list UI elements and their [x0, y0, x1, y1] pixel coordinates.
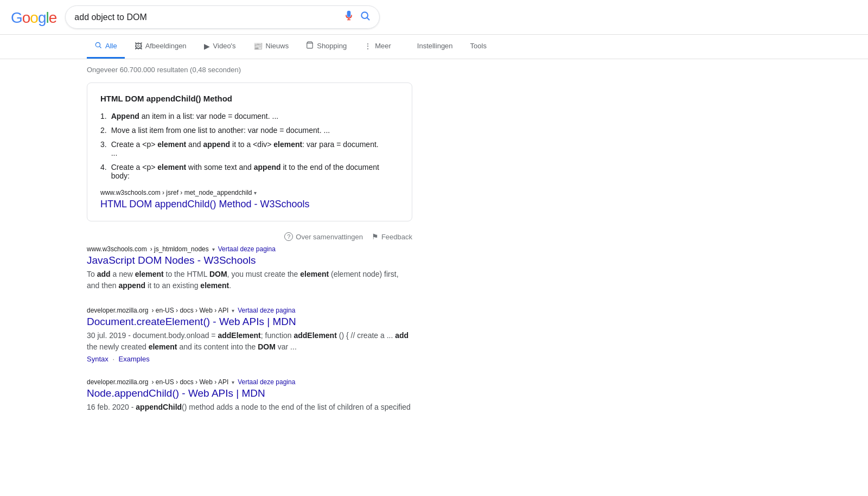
feedback-button[interactable]: ⚑ Feedback	[372, 232, 412, 241]
results-count: Ongeveer 60.700.000 resultaten (0,48 sec…	[87, 66, 564, 74]
logo-e: e	[49, 9, 57, 26]
mic-icon[interactable]	[343, 10, 354, 24]
result2-syntax-link[interactable]: Syntax	[87, 355, 108, 363]
search-input[interactable]: add object to DOM	[74, 12, 338, 22]
svg-line-1	[367, 18, 369, 20]
logo-o1: o	[22, 9, 30, 26]
tab-instellingen[interactable]: Instellingen	[410, 35, 461, 58]
result1-path: › js_htmldom_nodes	[150, 245, 209, 253]
featured-snippet: HTML DOM appendChild() Method 1. Append …	[87, 82, 412, 221]
videos-icon: ▶	[204, 42, 210, 50]
snippet-num-4: 4.	[100, 163, 107, 180]
result2-path: › en-US › docs › Web › API	[151, 307, 228, 314]
tab-instellingen-label: Instellingen	[417, 42, 453, 50]
snippet-url-arrow: ▾	[254, 190, 257, 196]
snippet-text-3: Create a <p> element and append it to a …	[111, 140, 379, 157]
result3-translate-link[interactable]: Vertaal deze pagina	[238, 378, 295, 386]
result-item-1: www.w3schools.com › js_htmldom_nodes ▾ V…	[87, 245, 412, 291]
tab-nieuws-label: Nieuws	[266, 42, 289, 50]
result1-title[interactable]: JavaScript DOM Nodes - W3Schools	[87, 255, 412, 266]
snippet-title: HTML DOM appendChild() Method	[100, 94, 399, 103]
result2-url-row: developer.mozilla.org › en-US › docs › W…	[87, 307, 412, 314]
feedback-label: Feedback	[381, 233, 412, 241]
snippet-text-2: Move a list item from one list to anothe…	[111, 126, 330, 135]
logo-g: G	[11, 9, 22, 26]
result2-desc: 30 jul. 2019 - document.body.onload = ad…	[87, 330, 412, 353]
result3-arrow: ▾	[232, 379, 234, 385]
tab-videos[interactable]: ▶ Video's	[196, 35, 244, 59]
logo-o2: o	[30, 9, 38, 26]
result3-title[interactable]: Node.appendChild() - Web APIs | MDN	[87, 387, 412, 399]
question-icon: ?	[284, 232, 293, 241]
afbeeldingen-icon: 🖼	[135, 42, 142, 50]
snippet-feedback-row: ? Over samenvattingen ⚑ Feedback	[87, 228, 412, 245]
tab-shopping[interactable]: Shopping	[298, 35, 354, 59]
result2-arrow: ▾	[232, 308, 234, 314]
tab-tools-label: Tools	[470, 42, 487, 50]
snippet-num-1: 1.	[100, 112, 107, 120]
over-samenvattingen-button[interactable]: ? Over samenvattingen	[284, 232, 363, 241]
alle-icon	[94, 41, 102, 50]
google-logo: Google	[11, 7, 56, 27]
search-icon[interactable]	[360, 10, 371, 24]
tab-meer[interactable]: ⋮ Meer	[356, 35, 399, 59]
nav-tabs: Alle 🖼 Afbeeldingen ▶ Video's 📰 Nieuws S…	[0, 35, 868, 59]
snippet-text-4: Create a <p> element with some text and …	[111, 163, 399, 180]
result2-examples-link[interactable]: Examples	[119, 355, 150, 363]
snippet-item-3: 3. Create a <p> element and append it to…	[100, 140, 399, 157]
search-bar: add object to DOM	[65, 5, 380, 29]
snippet-num-3: 3.	[100, 140, 107, 157]
snippet-list: 1. Append an item in a list: var node = …	[100, 112, 399, 180]
snippet-url-text: www.w3schools.com › jsref › met_node_app…	[100, 189, 252, 196]
tab-alle-label: Alle	[105, 42, 117, 50]
tab-shopping-label: Shopping	[317, 42, 347, 50]
snippet-item-1: 1. Append an item in a list: var node = …	[100, 112, 399, 120]
feedback-icon: ⚑	[372, 232, 379, 241]
snippet-item-2: 2. Move a list item from one list to ano…	[100, 126, 399, 135]
header: Google add object to DOM	[0, 0, 868, 35]
nieuws-icon: 📰	[253, 42, 263, 50]
result3-desc: 16 feb. 2020 - appendChild() method adds…	[87, 402, 412, 413]
snippet-item-4: 4. Create a <p> element with some text a…	[100, 163, 399, 180]
tab-tools[interactable]: Tools	[463, 35, 494, 58]
snippet-url: www.w3schools.com › jsref › met_node_app…	[100, 189, 399, 196]
result2-sep: ·	[112, 355, 116, 363]
snippet-num-2: 2.	[100, 126, 107, 135]
tab-nieuws[interactable]: 📰 Nieuws	[246, 35, 297, 59]
tab-videos-label: Video's	[213, 42, 236, 50]
result1-translate-link[interactable]: Vertaal deze pagina	[218, 245, 276, 253]
shopping-icon	[306, 41, 314, 50]
results-area: Ongeveer 60.700.000 resultaten (0,48 sec…	[0, 59, 651, 435]
result2-links: Syntax · Examples	[87, 355, 412, 363]
result2-domain: developer.mozilla.org	[87, 307, 148, 314]
result1-desc: To add a new element to the HTML DOM, yo…	[87, 269, 412, 291]
result1-domain: www.w3schools.com	[87, 245, 147, 253]
snippet-text-1: Append an item in a list: var node = doc…	[111, 112, 279, 120]
result3-domain: developer.mozilla.org	[87, 378, 148, 386]
logo-g2: g	[38, 9, 46, 26]
over-label: Over samenvattingen	[296, 233, 363, 241]
result1-url-row: www.w3schools.com › js_htmldom_nodes ▾ V…	[87, 245, 412, 253]
tab-meer-label: Meer	[375, 42, 391, 50]
svg-line-3	[100, 47, 101, 48]
result3-url-row: developer.mozilla.org › en-US › docs › W…	[87, 378, 412, 386]
tab-afbeeldingen[interactable]: 🖼 Afbeeldingen	[127, 35, 194, 59]
meer-icon: ⋮	[364, 42, 372, 50]
snippet-result-link[interactable]: HTML DOM appendChild() Method - W3School…	[100, 199, 309, 209]
result-item-2: developer.mozilla.org › en-US › docs › W…	[87, 307, 412, 363]
result2-translate-link[interactable]: Vertaal deze pagina	[238, 307, 295, 314]
result2-title[interactable]: Document.createElement() - Web APIs | MD…	[87, 316, 412, 328]
result3-path: › en-US › docs › Web › API	[151, 378, 228, 386]
tab-alle[interactable]: Alle	[87, 35, 125, 59]
result-item-3: developer.mozilla.org › en-US › docs › W…	[87, 378, 412, 413]
tab-afbeeldingen-label: Afbeeldingen	[145, 42, 187, 50]
result1-arrow: ▾	[212, 246, 215, 252]
